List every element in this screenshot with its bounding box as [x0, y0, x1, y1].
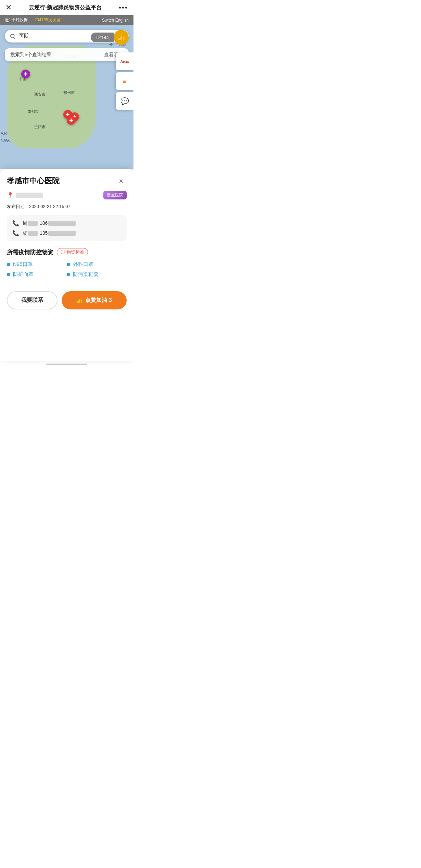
svg-point-0: [11, 34, 14, 38]
address-row: 📍 定点医院: [7, 191, 127, 199]
stats-bar: 近1个月数据 204799次浏览 Switch English: [0, 15, 133, 25]
city-label-chengdu: 成都市: [27, 109, 39, 114]
hospital-count-badge: 12194: [91, 33, 114, 42]
map-marker-4[interactable]: ✚: [67, 116, 76, 125]
city-label-ap: A.P.: [1, 131, 7, 135]
news-button[interactable]: News: [116, 52, 133, 70]
city-label-nag: NAG.: [1, 138, 10, 142]
thumb-up-button[interactable]: 👍: [114, 30, 129, 45]
thumbs-up-icon: 👍: [76, 297, 83, 304]
supply-link-2[interactable]: 外科口罩: [73, 261, 93, 268]
map-background: 蒙古 长 沈阳 包头市 北京市 中国 西安市 郑州市 上海市 成都市 贵阳市 南…: [0, 25, 133, 169]
svg-line-1: [14, 37, 15, 38]
supply-item-3: 防护面罩: [7, 271, 67, 278]
supply-dot-2: [67, 263, 70, 266]
top-bar: ✕ 云逆行·新冠肺炎物资公益平台 •••: [0, 0, 133, 15]
hospital-name: 孝感市中心医院: [7, 176, 113, 186]
support-icon: 💬: [120, 97, 129, 105]
contact-row-2: 📞 杨 135: [12, 230, 121, 236]
supply-dot-3: [7, 273, 10, 276]
count-thumb-area: 12194 👍: [91, 30, 129, 45]
address-left: 📍: [7, 192, 43, 198]
search-icon: [10, 33, 16, 39]
supplies-grid: N95口罩 外科口罩 防护面罩 防污染鞋套: [7, 261, 127, 278]
support-button[interactable]: 💬: [116, 92, 133, 110]
contact-box: 📞 周 186 📞 杨 135: [7, 215, 127, 241]
home-indicator: [46, 364, 87, 365]
contact-2-name: 杨 135: [23, 230, 76, 236]
action-buttons: 我要联系 👍 点赞加油 3: [7, 286, 127, 320]
like-cheer-button[interactable]: 👍 点赞加油 3: [62, 291, 127, 309]
supplies-standard-tag[interactable]: ⓘ 物资标准: [57, 248, 88, 256]
publish-date-row: 发布日期：2020-02-21 22:15:07: [7, 204, 127, 210]
map-marker-1[interactable]: ✚: [21, 70, 30, 78]
results-count-text: 搜索到5个查询结果: [10, 52, 51, 58]
more-icon[interactable]: •••: [119, 4, 128, 12]
contact-button[interactable]: 我要联系: [7, 291, 58, 309]
app-title: 云逆行·新冠肺炎物资公益平台: [29, 4, 101, 11]
like-cheer-label: 点赞加油 3: [85, 297, 112, 304]
phone-icon-2: 📞: [12, 230, 19, 236]
supplies-header: 所需疫情防控物资 ⓘ 物资标准: [7, 248, 127, 256]
city-label-guiyang: 贵阳市: [34, 124, 46, 130]
supplies-standard-label: 物资标准: [66, 249, 84, 255]
supply-item-2: 外科口罩: [67, 261, 127, 268]
publish-date-label: 发布日期：: [7, 204, 29, 209]
address-text: [16, 193, 43, 198]
supply-link-1[interactable]: N95口罩: [13, 261, 33, 268]
search-results-bar: 搜索到5个查询结果 查看明细: [5, 48, 129, 61]
map-container[interactable]: 蒙古 长 沈阳 包头市 北京市 中国 西安市 郑州市 上海市 成都市 贵阳市 南…: [0, 25, 133, 169]
data-range: 近1个月数据: [5, 17, 28, 23]
list-icon: ≡: [123, 77, 127, 85]
supply-link-4[interactable]: 防污染鞋套: [73, 271, 99, 278]
contact-row-1: 📞 周 186: [12, 220, 121, 227]
list-button[interactable]: ≡: [116, 72, 133, 90]
home-indicator-area: [0, 361, 133, 368]
publish-date-value: 2020-02-21 22:15:07: [29, 204, 71, 209]
supplies-title: 所需疫情防控物资: [7, 248, 53, 256]
sheet-header: 孝感市中心医院 ×: [7, 176, 127, 187]
location-pin-icon: 📍: [7, 192, 14, 198]
city-label-zhengzhou: 郑州市: [63, 90, 75, 95]
info-icon: ⓘ: [61, 249, 65, 255]
city-label-xian: 西安市: [34, 92, 46, 97]
supply-item-4: 防污染鞋套: [67, 271, 127, 278]
view-count: 204799次浏览: [35, 17, 61, 23]
contact-1-name: 周 186: [23, 220, 76, 227]
supply-item-1: N95口罩: [7, 261, 67, 268]
phone-icon-1: 📞: [12, 220, 19, 227]
close-icon[interactable]: ✕: [5, 3, 12, 12]
supply-dot-4: [67, 273, 70, 276]
supply-link-3[interactable]: 防护面罩: [13, 271, 34, 278]
sheet-close-button[interactable]: ×: [116, 176, 127, 187]
hospital-tag-badge: 定点医院: [103, 191, 127, 199]
news-icon: News: [120, 59, 129, 63]
supply-dot-1: [7, 263, 10, 266]
switch-lang-button[interactable]: Switch English: [102, 18, 129, 23]
right-float-buttons: News ≡ 💬: [116, 52, 133, 110]
detail-bottom-sheet: 孝感市中心医院 × 📍 定点医院 发布日期：2020-02-21 22:15:0…: [0, 169, 133, 361]
